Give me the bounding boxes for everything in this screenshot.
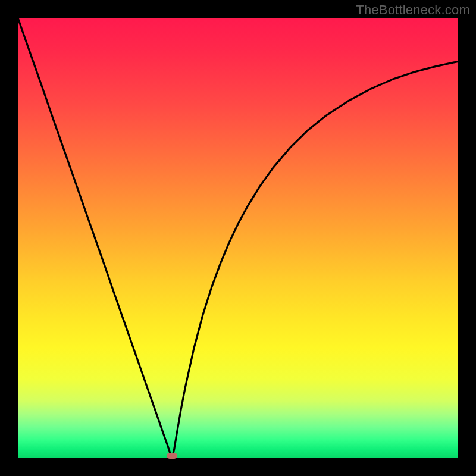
plot-area — [18, 18, 458, 458]
bottleneck-marker — [167, 453, 177, 459]
v-curve — [18, 18, 458, 458]
chart-frame: TheBottleneck.com — [0, 0, 476, 476]
watermark-text: TheBottleneck.com — [356, 2, 470, 18]
